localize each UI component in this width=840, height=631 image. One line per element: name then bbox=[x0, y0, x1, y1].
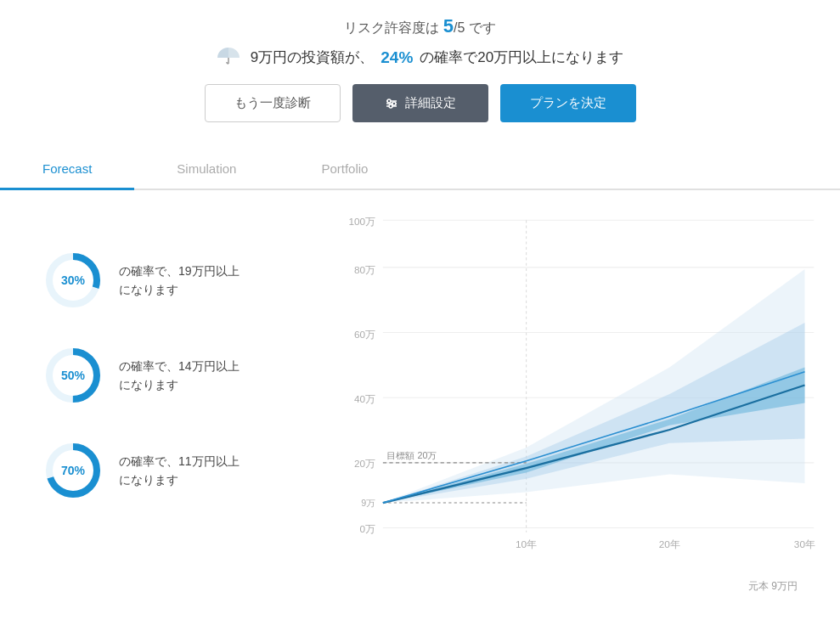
svg-point-5 bbox=[392, 102, 396, 105]
donut-50: 50% bbox=[42, 345, 104, 406]
donut-label-30: 30% bbox=[61, 273, 85, 287]
svg-text:目標額 20万: 目標額 20万 bbox=[386, 450, 437, 460]
svg-text:40万: 40万 bbox=[354, 394, 375, 405]
stat-text-30: の確率で、19万円以上 になります bbox=[119, 262, 240, 300]
decide-button[interactable]: プランを決定 bbox=[500, 84, 636, 122]
umbrella-icon bbox=[217, 46, 240, 69]
donut-label-70: 70% bbox=[61, 464, 85, 477]
svg-text:9万: 9万 bbox=[361, 498, 375, 508]
svg-text:30年: 30年 bbox=[794, 538, 815, 549]
subtitle-row: 9万円の投資額が、 24% の確率で20万円以上になります bbox=[0, 46, 840, 69]
svg-text:0万: 0万 bbox=[360, 523, 376, 534]
risk-title: リスク許容度は 5/5 です bbox=[0, 15, 840, 37]
svg-point-6 bbox=[389, 104, 392, 108]
donut-label-50: 50% bbox=[61, 369, 85, 382]
chart-area: 0万 20万 40万 60万 80万 100万 10年 20年 30年 bbox=[348, 216, 823, 572]
stat-item-70: 70% の確率で、11万円以上 になります bbox=[42, 440, 340, 501]
button-row: もう一度診断 詳細設定 プランを決定 bbox=[0, 84, 840, 122]
forecast-chart: 0万 20万 40万 60万 80万 100万 10年 20年 30年 bbox=[348, 216, 823, 572]
stat-item-30: 30% の確率で、19万円以上 になります bbox=[42, 250, 340, 311]
svg-text:80万: 80万 bbox=[354, 264, 375, 275]
left-panel: 30% の確率で、19万円以上 になります 50% の確率で、14万円以上 bbox=[17, 216, 340, 572]
main-content: 30% の確率で、19万円以上 になります 50% の確率で、14万円以上 bbox=[0, 190, 840, 589]
stat-text-70: の確率で、11万円以上 になります bbox=[119, 452, 240, 490]
tab-forecast[interactable]: Forecast bbox=[0, 149, 134, 190]
donut-30: 30% bbox=[42, 250, 104, 311]
svg-text:10年: 10年 bbox=[516, 538, 537, 549]
svg-text:20万: 20万 bbox=[354, 458, 375, 469]
svg-text:100万: 100万 bbox=[348, 216, 375, 226]
retry-button[interactable]: もう一度診断 bbox=[205, 84, 341, 122]
settings-button[interactable]: 詳細設定 bbox=[352, 84, 488, 122]
svg-text:60万: 60万 bbox=[354, 329, 375, 340]
settings-icon bbox=[385, 99, 398, 109]
stat-item-50: 50% の確率で、14万円以上 になります bbox=[42, 345, 340, 406]
svg-text:20年: 20年 bbox=[659, 538, 680, 549]
tabs-row: Forecast Simulation Portfolio bbox=[0, 149, 840, 190]
stat-text-50: の確率で、14万円以上 になります bbox=[119, 357, 240, 395]
tab-simulation[interactable]: Simulation bbox=[134, 149, 279, 190]
donut-70: 70% bbox=[42, 440, 104, 501]
tab-portfolio[interactable]: Portfolio bbox=[279, 149, 410, 190]
svg-point-4 bbox=[387, 99, 391, 103]
source-note: 元本 9万円 bbox=[348, 579, 823, 594]
